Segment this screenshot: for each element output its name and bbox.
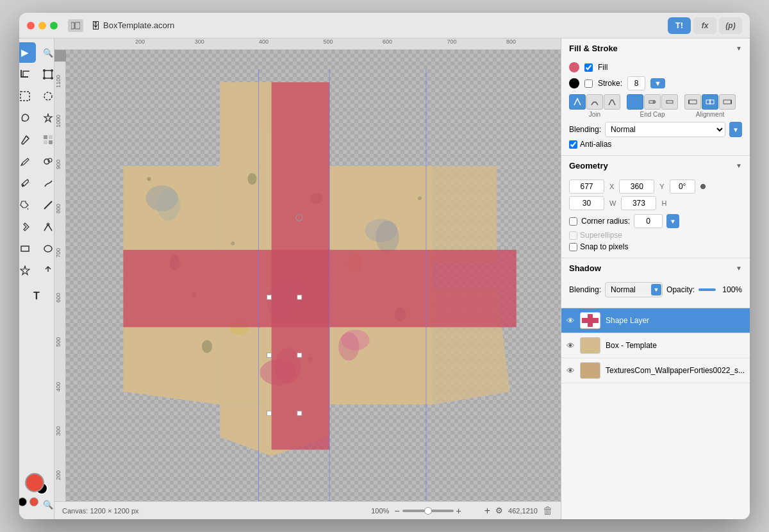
rotation-input[interactable] bbox=[670, 179, 695, 194]
svg-rect-2 bbox=[44, 71, 52, 78]
delete-layer-button[interactable]: 🗑 bbox=[543, 505, 553, 517]
red-color-button[interactable] bbox=[29, 497, 38, 506]
canvas-area: 200 300 400 500 600 700 800 1100 1000 90… bbox=[54, 38, 561, 519]
svg-rect-64 bbox=[297, 353, 302, 358]
stroke-color-indicator[interactable] bbox=[569, 78, 579, 88]
layer-name-box: Box - Template bbox=[606, 341, 657, 350]
join-bevel-button[interactable] bbox=[604, 94, 620, 110]
layer-visibility-texture[interactable]: 👁 bbox=[566, 366, 575, 376]
y-input[interactable] bbox=[619, 179, 654, 194]
fx-button[interactable]: fx bbox=[693, 17, 716, 34]
svg-rect-74 bbox=[666, 101, 673, 103]
rect-shape-button[interactable] bbox=[19, 238, 36, 259]
shadow-header[interactable]: Shadow ▼ bbox=[561, 258, 750, 278]
svg-point-8 bbox=[44, 92, 52, 100]
type-tool-button[interactable]: T! bbox=[668, 17, 691, 34]
add-layer-button[interactable]: + bbox=[484, 505, 490, 517]
right-panel: Fill & Stroke ▼ Fill Stroke: bbox=[561, 38, 750, 519]
align-center-button[interactable] bbox=[702, 94, 718, 110]
blending-select[interactable]: Normal Multiply Screen Overlay bbox=[605, 122, 725, 137]
superellipse-checkbox[interactable] bbox=[569, 231, 577, 240]
w-input[interactable] bbox=[569, 196, 604, 210]
pencil-button[interactable] bbox=[19, 151, 36, 172]
x-input[interactable] bbox=[569, 179, 604, 194]
shadow-title: Shadow bbox=[569, 263, 601, 273]
svg-rect-21 bbox=[21, 246, 29, 251]
maximize-button[interactable] bbox=[50, 22, 58, 29]
layers-list: 👁 Shape Layer 👁 Box - Template bbox=[561, 308, 750, 383]
zoom-minus-button[interactable]: − bbox=[394, 506, 399, 516]
eyedropper-button[interactable] bbox=[19, 173, 36, 194]
layer-visibility-box[interactable]: 👁 bbox=[566, 341, 575, 351]
fill-color-swatch[interactable] bbox=[25, 473, 44, 492]
titlebar: 🗄 BoxTemplate.acorn T! fx (p) bbox=[19, 13, 750, 38]
zoom-slider[interactable] bbox=[402, 510, 454, 512]
join-buttons bbox=[569, 94, 620, 110]
corner-radius-input[interactable] bbox=[634, 214, 663, 228]
minimize-button[interactable] bbox=[38, 22, 46, 29]
layer-item-box[interactable]: 👁 Box - Template bbox=[561, 333, 750, 358]
zoom-plus-button[interactable]: + bbox=[456, 506, 461, 516]
zoom-controls: − + bbox=[394, 506, 461, 516]
ruler-vertical: 1100 1000 900 800 700 600 500 400 300 20… bbox=[54, 62, 66, 501]
sidebar-toggle-button[interactable] bbox=[68, 19, 83, 32]
color-reset-row: 🔍 bbox=[19, 497, 55, 511]
endcap-none-button[interactable] bbox=[627, 94, 643, 110]
snap-pixels-checkbox[interactable] bbox=[569, 243, 577, 251]
corner-radius-checkbox[interactable] bbox=[569, 217, 577, 226]
endcap-square-button[interactable] bbox=[661, 94, 678, 110]
geometry-header[interactable]: Geometry ▼ bbox=[561, 156, 750, 176]
canvas-info: Canvas: 1200 × 1200 px bbox=[62, 507, 139, 515]
script-button[interactable]: (p) bbox=[719, 17, 742, 34]
color-picker-button[interactable]: 🔍 bbox=[41, 497, 55, 511]
rotation-handle[interactable] bbox=[700, 184, 706, 189]
stroke-dropdown-button[interactable]: ▼ bbox=[650, 78, 665, 88]
svg-point-46 bbox=[338, 333, 359, 361]
svg-point-3 bbox=[43, 69, 45, 72]
join-miter-button[interactable] bbox=[569, 94, 586, 110]
join-round-button[interactable] bbox=[586, 94, 603, 110]
lasso-button[interactable] bbox=[19, 108, 36, 128]
fill-color-indicator[interactable] bbox=[569, 62, 579, 72]
align-left-button[interactable] bbox=[684, 94, 701, 110]
close-button[interactable] bbox=[27, 22, 35, 29]
endcap-label: End Cap bbox=[627, 111, 678, 118]
text-button[interactable]: T bbox=[26, 286, 47, 306]
align-right-button[interactable] bbox=[719, 94, 736, 110]
h-input[interactable] bbox=[621, 196, 656, 210]
endcap-round-button[interactable] bbox=[644, 94, 661, 110]
star-button[interactable] bbox=[19, 260, 36, 281]
blending-dropdown-button[interactable]: ▼ bbox=[729, 122, 742, 137]
brush-button[interactable] bbox=[19, 129, 36, 150]
shadow-blending-select[interactable]: Normal bbox=[605, 282, 663, 297]
crop-tool-button[interactable] bbox=[19, 64, 36, 85]
coordinates: 462,1210 bbox=[508, 507, 538, 515]
titlebar-tool-group: T! fx (p) bbox=[668, 17, 742, 34]
shadow-blending-label: Blending: bbox=[569, 285, 601, 294]
rect-select-button[interactable] bbox=[19, 86, 36, 106]
opacity-slider[interactable] bbox=[699, 288, 716, 291]
pen-button[interactable] bbox=[19, 217, 36, 237]
corner-radius-dropdown[interactable]: ▼ bbox=[666, 214, 679, 228]
black-color-button[interactable] bbox=[19, 497, 27, 506]
fill-button[interactable] bbox=[19, 195, 36, 215]
svg-rect-66 bbox=[297, 411, 302, 415]
fill-stroke-header[interactable]: Fill & Stroke ▼ bbox=[561, 38, 750, 58]
fill-checkbox[interactable] bbox=[584, 63, 593, 72]
layer-item-shape[interactable]: 👁 Shape Layer bbox=[561, 308, 750, 333]
fill-stroke-section: Fill & Stroke ▼ Fill Stroke: bbox=[561, 38, 750, 156]
layer-item-texture[interactable]: 👁 TexturesCom_WallpaperForties0022_s... bbox=[561, 358, 750, 383]
canvas-viewport[interactable] bbox=[66, 50, 561, 501]
fill-label: Fill bbox=[598, 63, 608, 72]
settings-button[interactable]: ⚙ bbox=[495, 506, 503, 515]
svg-rect-65 bbox=[267, 411, 272, 415]
select-tool-button[interactable]: ▶ bbox=[19, 42, 36, 63]
stroke-width-input[interactable] bbox=[627, 76, 645, 90]
layer-visibility-shape[interactable]: 👁 bbox=[566, 316, 575, 326]
layer-name-shape: Shape Layer bbox=[606, 316, 649, 325]
join-group: Join bbox=[569, 94, 620, 118]
alignment-group: Alignment bbox=[684, 94, 736, 118]
stroke-checkbox[interactable] bbox=[584, 79, 593, 88]
shadow-collapse-icon: ▼ bbox=[736, 265, 742, 272]
anti-alias-checkbox[interactable] bbox=[569, 140, 577, 149]
